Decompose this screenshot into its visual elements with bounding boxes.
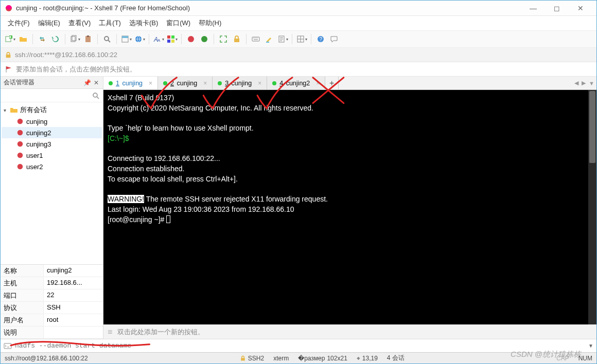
status-bar: ssh://root@192.168.66.100:22 SSH2 xterm … [1,352,596,363]
xftp-icon[interactable] [198,33,210,45]
maximize-button[interactable]: ◻ [545,1,569,16]
status-term: xterm [273,355,289,362]
globe-button[interactable]: ▾ [133,33,146,45]
tab-close-icon[interactable]: × [316,80,320,87]
window-title: cunjing - root@cunjing:~ - Xshell 7 (Fre… [16,4,521,12]
tab-close-icon[interactable]: × [258,80,261,87]
dropdown-icon[interactable]: ▼ [588,343,593,349]
layout-button[interactable]: ▾ [295,33,308,45]
bookmark-button[interactable]: ▾ [120,33,132,45]
menu-view[interactable]: 查看(V) [64,16,95,30]
status-dot-icon [218,81,222,85]
status-proto: SSH2 [240,355,264,362]
fullscreen-button[interactable] [217,33,230,45]
svg-point-31 [17,153,23,158]
svg-point-18 [201,36,207,42]
help-button[interactable]: ? [314,33,327,45]
terminal[interactable]: Xshell 7 (Build 0137) Copyright (c) 2020… [103,90,588,324]
menu-tab[interactable]: 选项卡(B) [125,16,162,30]
xshell-icon[interactable] [185,33,197,45]
open-button[interactable] [17,33,29,45]
tab-prev-icon[interactable]: ◀ [574,80,578,86]
status-dot-icon [272,81,276,85]
svg-text:A: A [157,38,161,43]
reconnect-button[interactable] [49,33,62,45]
menu-edit[interactable]: 编辑(E) [34,16,64,30]
svg-point-17 [188,36,194,42]
address-text: ssh://root:****@192.168.66.100:22 [15,51,117,59]
hamburger-icon[interactable]: ≡ [108,327,112,337]
tab-1[interactable]: 1 cunjing× [103,77,158,89]
hint-bar: 要添加当前会话，点击左侧的箭头按钮。 [1,62,596,77]
search-icon [92,92,100,100]
terminal-scrollbar[interactable] [588,90,596,324]
tab-close-icon[interactable]: × [203,80,207,87]
tab-strip: 1 cunjing× 2 cunjing× 3 cunjing× 4 cunji… [103,77,596,90]
status-num: NUM [578,355,592,362]
tab-add-button[interactable]: + [325,77,339,89]
app-icon [5,4,13,12]
chat-button[interactable] [328,33,340,45]
svg-rect-15 [167,40,170,43]
svg-rect-14 [171,35,174,39]
panel-header: 会话管理器 📌 ✕ [1,77,103,89]
svg-rect-16 [171,40,174,43]
menu-file[interactable]: 文件(F) [4,16,34,30]
panel-title: 会话管理器 [4,78,34,87]
tree-item-cunjing3[interactable]: cunjing3 [2,138,102,150]
tree-item-user1[interactable]: user1 [2,150,102,161]
color-button[interactable]: ▾ [166,33,178,45]
quick-command-bar[interactable]: ≡ 双击此处添加一个新的按钮。 [103,324,596,339]
tab-3[interactable]: 3 cunjing× [213,77,267,89]
transfer-button[interactable] [36,33,48,45]
tab-close-icon[interactable]: × [149,80,152,87]
svg-rect-20 [252,37,259,41]
session-properties: 名称cunjing2 主机192.168.6... 端口22 协议SSH 用户名… [1,264,103,339]
flag-icon [5,65,13,74]
svg-point-27 [93,93,97,97]
svg-rect-34 [241,358,245,360]
menu-help[interactable]: 帮助(H) [195,16,225,30]
status-dot-icon [109,81,113,85]
toolbar: ▾ ▾ ▾ ▾ AA▾ ▾ ▾ ▾ ? [1,30,596,48]
command-text: hadfs --daemon start dataname [15,342,588,350]
lock-icon [5,51,12,59]
copy-button[interactable]: ▾ [68,33,81,45]
svg-point-29 [17,130,23,136]
font-button[interactable]: AA▾ [152,33,165,45]
address-bar[interactable]: ssh://root:****@192.168.66.100:22 [1,48,596,62]
lock-icon [240,355,246,361]
svg-rect-33 [4,343,11,349]
pin-icon[interactable]: 📌 [83,79,91,86]
content-area: 1 cunjing× 2 cunjing× 3 cunjing× 4 cunji… [103,77,596,339]
svg-rect-21 [266,42,269,43]
paste-button[interactable] [82,33,94,45]
tab-2[interactable]: 2 cunjing× [158,77,213,89]
status-size: �размер 102x21 [298,355,347,362]
tree-item-user2[interactable]: user2 [2,161,102,172]
highlight-button[interactable] [263,33,275,45]
panel-search[interactable] [1,89,103,102]
command-bar[interactable]: hadfs --daemon start dataname ▼ [1,339,596,352]
tree-root[interactable]: ▾ 所有会话 [2,104,102,116]
script-button[interactable]: ▾ [276,33,289,45]
tab-menu-icon[interactable]: ▼ [589,80,594,86]
tab-next-icon[interactable]: ▶ [582,80,586,86]
menu-tools[interactable]: 工具(T) [95,16,125,30]
close-button[interactable]: ✕ [569,1,592,16]
quickbar-hint: 双击此处添加一个新的按钮。 [117,327,204,337]
menu-window[interactable]: 窗口(W) [162,16,195,30]
new-session-button[interactable]: ▾ [4,33,16,45]
status-dot-icon [163,81,167,85]
tree-item-cunjing2[interactable]: cunjing2 [2,127,102,138]
minimize-button[interactable]: — [521,1,545,16]
svg-rect-9 [122,36,128,38]
find-button[interactable] [101,33,113,45]
status-sessions: 4 会话 [387,354,405,362]
keyboard-button[interactable] [250,33,262,45]
status-connection: ssh://root@192.168.66.100:22 [5,355,88,362]
tab-4[interactable]: 4 cunjing2× [267,77,325,89]
panel-close-icon[interactable]: ✕ [93,79,100,86]
tree-item-cunjing[interactable]: cunjing [2,116,102,127]
lock-button[interactable] [231,33,243,45]
